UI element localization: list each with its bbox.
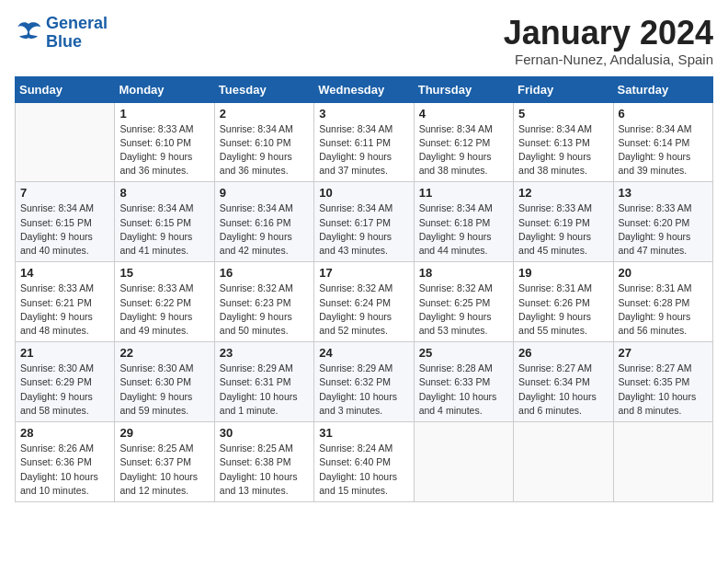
calendar-week-row: 7Sunrise: 8:34 AM Sunset: 6:15 PM Daylig…: [16, 182, 713, 262]
calendar-cell: 22Sunrise: 8:30 AM Sunset: 6:30 PM Dayli…: [115, 342, 214, 422]
calendar-cell: 5Sunrise: 8:34 AM Sunset: 6:13 PM Daylig…: [514, 102, 613, 182]
calendar-cell: 9Sunrise: 8:34 AM Sunset: 6:16 PM Daylig…: [214, 182, 313, 262]
day-number: 27: [619, 346, 708, 360]
calendar-cell: 11Sunrise: 8:34 AM Sunset: 6:18 PM Dayli…: [414, 182, 513, 262]
day-info: Sunrise: 8:32 AM Sunset: 6:25 PM Dayligh…: [419, 282, 508, 338]
day-header-thursday: Thursday: [414, 76, 513, 102]
day-header-tuesday: Tuesday: [214, 76, 313, 102]
day-number: 16: [220, 266, 309, 280]
day-info: Sunrise: 8:27 AM Sunset: 6:34 PM Dayligh…: [518, 362, 608, 418]
day-info: Sunrise: 8:34 AM Sunset: 6:13 PM Dayligh…: [518, 122, 608, 178]
day-number: 2: [220, 107, 309, 121]
day-number: 26: [518, 346, 608, 360]
calendar-cell: 15Sunrise: 8:33 AM Sunset: 6:22 PM Dayli…: [115, 262, 214, 342]
day-header-saturday: Saturday: [613, 76, 712, 102]
logo-line1: General: [46, 14, 108, 32]
calendar-cell: 25Sunrise: 8:28 AM Sunset: 6:33 PM Dayli…: [414, 342, 513, 422]
calendar-cell: 14Sunrise: 8:33 AM Sunset: 6:21 PM Dayli…: [16, 262, 115, 342]
calendar-cell: 17Sunrise: 8:32 AM Sunset: 6:24 PM Dayli…: [314, 262, 414, 342]
day-number: 15: [119, 266, 209, 280]
calendar-cell: 3Sunrise: 8:34 AM Sunset: 6:11 PM Daylig…: [314, 102, 414, 182]
day-number: 20: [619, 266, 708, 280]
day-info: Sunrise: 8:29 AM Sunset: 6:32 PM Dayligh…: [319, 362, 408, 418]
day-number: 30: [220, 426, 309, 440]
day-number: 8: [119, 186, 209, 200]
day-header-wednesday: Wednesday: [314, 76, 414, 102]
calendar-cell: 21Sunrise: 8:30 AM Sunset: 6:29 PM Dayli…: [16, 342, 115, 422]
day-info: Sunrise: 8:34 AM Sunset: 6:11 PM Dayligh…: [319, 122, 408, 178]
calendar-cell: 31Sunrise: 8:24 AM Sunset: 6:40 PM Dayli…: [314, 422, 414, 502]
calendar-cell: [514, 422, 613, 502]
day-number: 29: [119, 426, 209, 440]
calendar-week-row: 1Sunrise: 8:33 AM Sunset: 6:10 PM Daylig…: [16, 102, 713, 182]
day-number: 1: [119, 107, 209, 121]
day-info: Sunrise: 8:25 AM Sunset: 6:38 PM Dayligh…: [220, 442, 309, 498]
location-subtitle: Fernan-Nunez, Andalusia, Spain: [504, 52, 713, 67]
calendar-cell: 6Sunrise: 8:34 AM Sunset: 6:14 PM Daylig…: [613, 102, 712, 182]
title-block: January 2024 Fernan-Nunez, Andalusia, Sp…: [504, 15, 713, 67]
calendar-cell: 28Sunrise: 8:26 AM Sunset: 6:36 PM Dayli…: [16, 422, 115, 502]
day-number: 19: [518, 266, 608, 280]
day-number: 7: [20, 186, 109, 200]
calendar-week-row: 28Sunrise: 8:26 AM Sunset: 6:36 PM Dayli…: [16, 422, 713, 502]
logo-text: General Blue: [46, 15, 108, 52]
day-number: 11: [419, 186, 508, 200]
day-header-monday: Monday: [115, 76, 214, 102]
calendar-week-row: 14Sunrise: 8:33 AM Sunset: 6:21 PM Dayli…: [16, 262, 713, 342]
day-info: Sunrise: 8:32 AM Sunset: 6:24 PM Dayligh…: [319, 282, 408, 338]
page-header: General Blue January 2024 Fernan-Nunez, …: [15, 15, 713, 67]
logo-line2: Blue: [46, 32, 82, 51]
day-number: 5: [518, 107, 608, 121]
calendar-header-row: SundayMondayTuesdayWednesdayThursdayFrid…: [16, 76, 713, 102]
day-header-sunday: Sunday: [16, 76, 115, 102]
day-info: Sunrise: 8:34 AM Sunset: 6:17 PM Dayligh…: [319, 201, 408, 258]
day-info: Sunrise: 8:30 AM Sunset: 6:29 PM Dayligh…: [20, 362, 109, 418]
day-number: 25: [419, 346, 508, 360]
calendar-cell: 23Sunrise: 8:29 AM Sunset: 6:31 PM Dayli…: [214, 342, 313, 422]
calendar-cell: 7Sunrise: 8:34 AM Sunset: 6:15 PM Daylig…: [16, 182, 115, 262]
day-info: Sunrise: 8:34 AM Sunset: 6:18 PM Dayligh…: [419, 201, 508, 258]
day-info: Sunrise: 8:29 AM Sunset: 6:31 PM Dayligh…: [220, 362, 309, 418]
day-info: Sunrise: 8:34 AM Sunset: 6:16 PM Dayligh…: [220, 201, 309, 258]
calendar-cell: [613, 422, 712, 502]
day-number: 28: [20, 426, 109, 440]
calendar-cell: 20Sunrise: 8:31 AM Sunset: 6:28 PM Dayli…: [613, 262, 712, 342]
day-number: 3: [319, 107, 408, 121]
calendar-cell: 24Sunrise: 8:29 AM Sunset: 6:32 PM Dayli…: [314, 342, 414, 422]
day-number: 9: [220, 186, 309, 200]
calendar-cell: 10Sunrise: 8:34 AM Sunset: 6:17 PM Dayli…: [314, 182, 414, 262]
logo-bird-icon: [15, 19, 42, 47]
day-info: Sunrise: 8:34 AM Sunset: 6:10 PM Dayligh…: [220, 122, 309, 178]
day-number: 31: [319, 426, 408, 440]
day-info: Sunrise: 8:34 AM Sunset: 6:14 PM Dayligh…: [619, 122, 708, 178]
calendar-cell: 18Sunrise: 8:32 AM Sunset: 6:25 PM Dayli…: [414, 262, 513, 342]
day-header-friday: Friday: [514, 76, 613, 102]
day-info: Sunrise: 8:33 AM Sunset: 6:10 PM Dayligh…: [119, 122, 209, 178]
day-info: Sunrise: 8:25 AM Sunset: 6:37 PM Dayligh…: [119, 442, 209, 498]
day-info: Sunrise: 8:33 AM Sunset: 6:22 PM Dayligh…: [119, 282, 209, 338]
day-info: Sunrise: 8:31 AM Sunset: 6:26 PM Dayligh…: [518, 282, 608, 338]
day-info: Sunrise: 8:34 AM Sunset: 6:15 PM Dayligh…: [20, 201, 109, 258]
calendar-week-row: 21Sunrise: 8:30 AM Sunset: 6:29 PM Dayli…: [16, 342, 713, 422]
day-info: Sunrise: 8:26 AM Sunset: 6:36 PM Dayligh…: [20, 442, 109, 498]
day-number: 22: [119, 346, 209, 360]
calendar-cell: 26Sunrise: 8:27 AM Sunset: 6:34 PM Dayli…: [514, 342, 613, 422]
day-info: Sunrise: 8:34 AM Sunset: 6:15 PM Dayligh…: [119, 201, 209, 258]
day-number: 10: [319, 186, 408, 200]
day-number: 14: [20, 266, 109, 280]
calendar-cell: 8Sunrise: 8:34 AM Sunset: 6:15 PM Daylig…: [115, 182, 214, 262]
calendar-cell: 1Sunrise: 8:33 AM Sunset: 6:10 PM Daylig…: [115, 102, 214, 182]
calendar-cell: [414, 422, 513, 502]
day-number: 23: [220, 346, 309, 360]
day-number: 17: [319, 266, 408, 280]
day-number: 18: [419, 266, 508, 280]
calendar-cell: 13Sunrise: 8:33 AM Sunset: 6:20 PM Dayli…: [613, 182, 712, 262]
day-info: Sunrise: 8:33 AM Sunset: 6:21 PM Dayligh…: [20, 282, 109, 338]
day-info: Sunrise: 8:28 AM Sunset: 6:33 PM Dayligh…: [419, 362, 508, 418]
day-number: 6: [619, 107, 708, 121]
calendar-cell: 27Sunrise: 8:27 AM Sunset: 6:35 PM Dayli…: [613, 342, 712, 422]
day-number: 21: [20, 346, 109, 360]
logo: General Blue: [15, 15, 108, 52]
calendar-cell: 19Sunrise: 8:31 AM Sunset: 6:26 PM Dayli…: [514, 262, 613, 342]
calendar-table: SundayMondayTuesdayWednesdayThursdayFrid…: [15, 76, 713, 502]
